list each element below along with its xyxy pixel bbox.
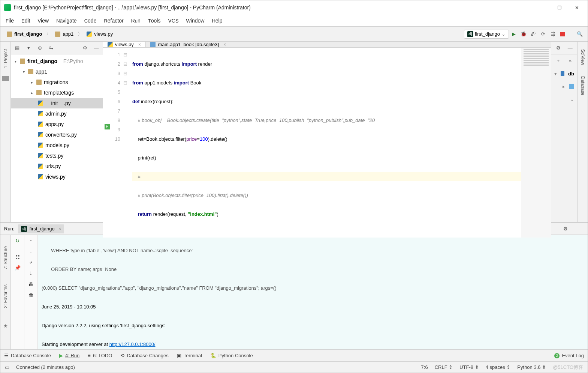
gear-icon[interactable]: ⚙ [561,224,570,234]
stop-button[interactable] [558,29,567,39]
tree-item-tests[interactable]: tests.py [11,150,103,161]
db-child[interactable]: ▸ [551,80,577,93]
star-icon[interactable]: ★ [3,323,8,329]
event-log-button[interactable]: 2 Event Log [554,353,584,358]
caret-position[interactable]: 7:6 [421,364,428,370]
db-more[interactable]: ⌄ [551,93,577,105]
locate-icon[interactable]: ⊕ [36,45,44,51]
indent-setting[interactable]: 4 spaces ⇕ [486,364,511,370]
navigation-toolbar: first_django 〉 app1 〉 views.py dj first_… [0,27,588,42]
tree-item-apps[interactable]: apps.py [11,119,103,129]
status-icon[interactable]: ▭ [5,364,9,370]
menu-tools[interactable]: Tools [148,18,161,24]
pin-button[interactable]: 📌 [15,265,21,271]
console-output[interactable]: WHERE type in ('table', 'view') AND NOT … [38,235,588,349]
tree-item-init[interactable]: __init__.py [11,98,103,108]
soft-wrap-button[interactable]: ⤶ [29,260,33,265]
menu-window[interactable]: Window [186,18,205,24]
close-icon[interactable]: × [138,42,141,47]
menu-file[interactable]: File [6,18,14,24]
python-interpreter[interactable]: Python 3.6 ⇕ [517,364,546,370]
close-icon[interactable]: × [58,226,61,232]
breadcrumb-file[interactable]: views.py [83,30,116,38]
fold-gutter: ⊟⊟⊟⊟ [123,48,130,238]
menu-run[interactable]: Run [131,18,141,24]
db-changes-button[interactable]: ⟲ Database Changes [120,353,168,358]
breadcrumb-pkg[interactable]: app1 [52,30,77,38]
menu-help[interactable]: Help [212,18,222,24]
folder-icon [2,76,9,81]
status-bar: ▭ Connected (2 minutes ago) 7:6 CRLF ⇕ U… [0,361,588,373]
server-url-link[interactable]: http://127.0.0.1:8000/ [109,341,156,347]
project-tree[interactable]: ▾first_django E:\Pytho ▾app1 ▸migrations… [11,54,103,222]
run-coverage-button[interactable]: ⮳ [528,29,538,39]
gear-icon[interactable]: ⚙ [554,43,563,53]
minimize-button[interactable]: — [534,2,551,13]
run-toolbar-1: ↻ ☷ 📌 [11,235,24,349]
run-tool-button[interactable]: ▶ 4: Run [59,353,79,358]
run-tool-window: Run: djfirst_django× ⚙ — 7: Structure 2:… [0,222,588,349]
run-config-selector[interactable]: dj first_django ⌄ [464,30,509,39]
tree-item-admin[interactable]: admin.py [11,108,103,119]
collapse-icon[interactable]: ⇆ [47,45,55,51]
scroll-end-button[interactable]: ⤓ [29,271,33,276]
database-tool-button[interactable]: Database [580,76,585,95]
chevron-down-icon[interactable]: ▾ [24,45,33,51]
profile-button[interactable]: ⟳ [538,29,548,39]
project-tool-button[interactable]: 1: Project [3,49,8,68]
menu-navigate[interactable]: Navigate [56,18,77,24]
tree-item-views[interactable]: views.py [11,171,103,182]
debug-button[interactable]: 🐞 [519,29,528,39]
maximize-button[interactable]: ☐ [551,2,568,13]
tab-db-table[interactable]: main.app1_book [db.sqlite3]× [146,42,231,47]
minimap[interactable] [521,48,551,238]
close-icon[interactable]: × [223,42,226,47]
run-button[interactable]: ▶ [509,29,519,39]
menu-refactor[interactable]: Refactor [104,18,123,24]
tree-item-migrations[interactable]: ▸migrations [11,77,103,87]
favorites-tool-button[interactable]: 2: Favorites [3,284,8,308]
rerun-button[interactable]: ↻ [15,238,19,244]
menu-code[interactable]: Code [84,18,97,24]
print-button[interactable]: 🖶 [28,281,33,287]
up-button[interactable]: ↑ [30,238,32,244]
menu-view[interactable]: View [37,18,49,24]
html-related-icon[interactable]: H [105,124,110,129]
down-button[interactable]: ↓ [30,249,32,254]
terminal-button[interactable]: ▣ Terminal [177,353,202,358]
close-window-button[interactable]: ✕ [568,2,585,13]
todo-tool-button[interactable]: ≡ 6: TODO [88,353,112,358]
concurrency-button[interactable]: ⇶ [548,29,558,39]
tree-item-models[interactable]: models.py [11,140,103,150]
tree-item-urls[interactable]: urls.py [11,161,103,171]
menu-vcs[interactable]: VCS [168,18,178,24]
code-area[interactable]: from django.shortcuts import render from… [130,48,521,238]
tab-views-py[interactable]: views.py× [103,42,146,47]
hide-button[interactable]: — [92,45,100,51]
structure-tool-button[interactable]: 7: Structure [3,246,8,269]
trash-button[interactable]: 🗑 [28,292,33,298]
tree-root[interactable]: ▾first_django E:\Pytho [11,56,103,66]
hide-button[interactable]: — [574,224,584,234]
more-button[interactable]: » [566,56,575,66]
python-console-button[interactable]: 🐍 Python Console [210,353,253,358]
menu-edit[interactable]: Edit [21,18,30,24]
gear-icon[interactable]: ⚙ [81,45,89,51]
db-console-button[interactable]: ☰ Database Console [4,353,51,358]
db-node[interactable]: ▾ db [551,67,577,80]
code-editor[interactable]: 12345678910 ⊟⊟⊟⊟ H from django.shortcuts… [103,48,551,238]
tree-item-converters[interactable]: converters.py [11,129,103,140]
search-everywhere-button[interactable]: 🔍 [575,29,585,39]
run-tab[interactable]: djfirst_django× [18,224,64,233]
tree-item-templatetags[interactable]: ▸templatetags [11,87,103,98]
file-encoding[interactable]: UTF-8 ⇕ [459,364,479,370]
layout-icon[interactable]: ▤ [13,45,21,51]
breadcrumb-root[interactable]: first_django [3,30,45,38]
window-title: first_django [E:\PythonProject\first_dja… [14,5,534,11]
tree-pkg[interactable]: ▾app1 [11,66,103,77]
add-button[interactable]: ＋ [554,56,563,66]
line-separator[interactable]: CRLF ⇕ [435,364,453,370]
layout-button[interactable]: ☷ [15,254,20,260]
hide-button[interactable]: — [566,43,575,53]
sciview-tool-button[interactable]: SciView [580,49,585,65]
